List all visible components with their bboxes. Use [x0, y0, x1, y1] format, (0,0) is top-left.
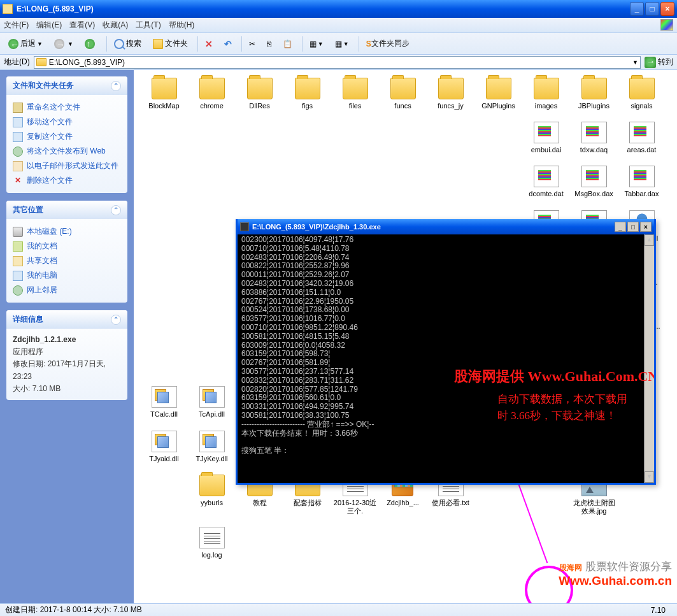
other-panel: 其它位置⌃ 本地磁盘 (E:) 我的文档 共享文档 我的电脑 网上邻居 [6, 201, 127, 303]
file-item[interactable]: figs [283, 78, 331, 110]
file-icon [199, 386, 225, 408]
other-disk[interactable]: 本地磁盘 (E:) [13, 224, 121, 239]
task-move[interactable]: 移动这个文件 [13, 115, 121, 129]
go-button[interactable]: 转到 [645, 57, 673, 68]
task-copy[interactable]: 复制这个文件 [13, 129, 121, 144]
address-dropdown[interactable]: ▼ [632, 59, 638, 66]
file-label: tdxw.daq [580, 146, 608, 154]
menu-tools[interactable]: 工具(T) [136, 20, 160, 31]
file-item[interactable]: TJyKey.dll [188, 431, 236, 463]
collapse-icon[interactable]: ⌃ [111, 205, 121, 215]
details-name: Zdcjlhb_1.2.1.exe [13, 335, 76, 344]
undo-button[interactable]: ↶ [220, 37, 236, 51]
cut-icon: ✂ [249, 39, 255, 48]
address-input[interactable]: E:\LONG_(5.893_VIP) ▼ [34, 56, 641, 69]
file-item[interactable]: TCalc.dll [140, 386, 188, 419]
file-item[interactable]: embui.dai [522, 122, 570, 154]
delete-button[interactable]: ✕ [201, 37, 217, 51]
file-item[interactable]: yyburls [188, 475, 236, 515]
task-email[interactable]: 以电子邮件形式发送此文件 [13, 159, 121, 173]
collapse-icon[interactable]: ⌃ [111, 81, 121, 91]
maximize-button[interactable]: □ [645, 2, 659, 16]
file-icon [629, 78, 655, 99]
file-item[interactable]: log.log [188, 527, 236, 559]
file-icon [629, 166, 655, 187]
file-item[interactable]: TcApi.dll [188, 386, 236, 419]
views-button[interactable]: ▦▼ [305, 38, 328, 50]
details-size: 大小: 7.10 MB [13, 383, 121, 395]
file-label: areas.dat [627, 146, 657, 154]
file-item[interactable]: funcs_jy [427, 78, 474, 110]
paste-button[interactable]: 📋 [278, 38, 297, 50]
file-label: JBPlugins [578, 102, 609, 110]
other-docs[interactable]: 我的文档 [13, 239, 121, 254]
file-list[interactable]: BlockMapchromeDllResfigsfilesfuncsfuncs_… [134, 70, 677, 603]
cut-button[interactable]: ✂ [245, 38, 260, 50]
other-mypc[interactable]: 我的电脑 [13, 268, 121, 283]
file-label: 使用必看.txt [432, 499, 469, 507]
close-button[interactable]: × [660, 2, 674, 16]
disk-icon [13, 227, 23, 237]
folders-button[interactable]: 文件夹 [148, 36, 192, 51]
file-item[interactable]: DllRes [236, 78, 283, 110]
file-icon [247, 78, 273, 99]
file-item[interactable]: MsgBox.dax [570, 166, 618, 198]
menu-edit[interactable]: 编辑(E) [36, 20, 62, 31]
views2-button[interactable]: ▦▼ [331, 38, 353, 50]
console-icon [240, 222, 249, 231]
status-bar: 创建日期: 2017-1-8 00:14 大小: 7.10 MB 7.10 [0, 603, 677, 616]
menu-view[interactable]: 查看(V) [69, 20, 95, 31]
up-button[interactable] [80, 37, 101, 51]
menu-help[interactable]: 帮助(H) [169, 20, 195, 31]
file-item[interactable]: TJyaid.dll [140, 431, 188, 463]
minimize-button[interactable]: _ [630, 2, 644, 16]
file-item[interactable]: areas.dat [618, 122, 666, 154]
console-maximize[interactable]: □ [627, 222, 639, 232]
file-item[interactable]: JBPlugins [570, 78, 618, 110]
console-titlebar[interactable]: E:\LONG_(5.893_VIP)\Zdcjlhb_1.30.exe _ □… [238, 219, 654, 234]
file-label: TJyaid.dll [149, 455, 178, 463]
file-item[interactable]: GNPlugins [474, 78, 522, 110]
folder-icon [36, 58, 46, 66]
forward-button[interactable]: ▼ [50, 37, 78, 51]
file-item[interactable]: signals [618, 78, 666, 110]
task-rename[interactable]: 重命名这个文件 [13, 100, 121, 115]
other-title: 其它位置 [13, 204, 43, 215]
status-right: 7.10 [651, 606, 666, 615]
back-button[interactable]: 后退▼ [4, 36, 47, 51]
search-button[interactable]: 搜索 [110, 36, 146, 51]
console-minimize[interactable]: _ [615, 222, 626, 232]
file-item[interactable]: Tabbar.dax [618, 166, 666, 198]
copy-icon [13, 132, 23, 142]
file-item[interactable]: chrome [188, 78, 236, 110]
file-item[interactable]: tdxw.daq [570, 122, 618, 154]
file-item[interactable]: dcomte.dat [522, 166, 570, 198]
file-icon [629, 122, 655, 143]
file-label: MsgBox.dax [574, 190, 613, 198]
file-item[interactable]: BlockMap [140, 78, 188, 110]
menu-file[interactable]: 文件(F) [4, 20, 29, 31]
task-publish[interactable]: 将这个文件发布到 Web [13, 144, 121, 159]
file-item[interactable]: files [331, 78, 379, 110]
file-label: log.log [201, 551, 222, 559]
sync-button[interactable]: S文件夹同步 [362, 36, 414, 51]
task-delete[interactable]: ✕删除这个文件 [13, 173, 121, 188]
move-icon [13, 117, 23, 127]
file-item[interactable]: images [522, 78, 570, 110]
console-close[interactable]: × [640, 222, 652, 232]
file-label: images [535, 102, 557, 110]
collapse-icon[interactable]: ⌃ [111, 315, 121, 325]
other-net[interactable]: 网上邻居 [13, 283, 121, 297]
file-icon [295, 78, 320, 99]
file-icon [581, 166, 607, 187]
console-scrollbar[interactable] [644, 234, 654, 483]
file-item[interactable]: funcs [379, 78, 427, 110]
copy-button[interactable]: ⎘ [262, 38, 276, 50]
file-icon [199, 475, 225, 496]
file-label: Tabbar.dax [625, 190, 659, 198]
console-window: E:\LONG_(5.893_VIP)\Zdcjlhb_1.30.exe _ □… [236, 219, 656, 485]
menu-favorites[interactable]: 收藏(A) [103, 20, 128, 31]
file-icon [199, 527, 225, 548]
address-label: 地址(D) [4, 57, 30, 68]
other-shared[interactable]: 共享文档 [13, 254, 121, 268]
